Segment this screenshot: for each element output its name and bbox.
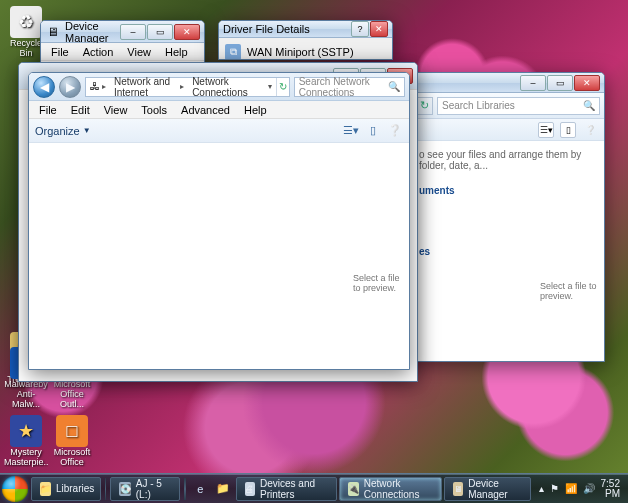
taskbar-button-label: Network Connections: [364, 478, 433, 500]
volume-icon[interactable]: 🔊: [583, 483, 595, 494]
help-icon[interactable]: ❔: [387, 123, 403, 139]
category-documents[interactable]: uments: [419, 185, 596, 196]
desktop-icon-label: Microsoft Office Outl...: [52, 379, 92, 409]
title-text: Driver File Details: [223, 23, 351, 35]
taskbar-separator: [184, 478, 186, 500]
minimize-button[interactable]: –: [520, 75, 546, 91]
printer-icon: 🖨: [245, 482, 255, 496]
maximize-button[interactable]: ▭: [147, 24, 173, 40]
search-icon: 🔍: [583, 100, 595, 111]
breadcrumb-seg[interactable]: Network and Internet: [114, 76, 178, 98]
driver-body: ⧉ WAN Miniport (SSTP): [219, 38, 392, 60]
menu-file[interactable]: File: [45, 45, 75, 59]
device-manager-icon: 🖥: [453, 482, 463, 496]
command-bar: Organize▼ ☰▾ ▯ ❔: [29, 119, 409, 143]
taskbar-separator: [105, 478, 107, 500]
taskbar-button-network-connections[interactable]: 🔌 Network Connections: [339, 477, 442, 501]
menu-help[interactable]: Help: [238, 103, 273, 117]
title-text: Device Manager: [65, 20, 120, 44]
window-driver-file-details[interactable]: Driver File Details ? ✕ ⧉ WAN Miniport (…: [218, 20, 393, 60]
system-tray: ▴ ⚑ 📶 🔊 7:52 PM: [533, 479, 626, 499]
search-icon: 🔍: [388, 81, 400, 92]
desktop-icon-label: Microsoft Office: [52, 447, 92, 467]
recycle-bin-icon: ♻: [18, 11, 34, 33]
window-libraries[interactable]: – ▭ ✕ ↻ Search Libraries 🔍 ☰▾ ▯ ❔ o see …: [410, 72, 605, 362]
menu-view[interactable]: View: [98, 103, 134, 117]
computer-icon: 🖧: [90, 81, 100, 92]
search-placeholder: Search Network Connections: [299, 76, 384, 98]
desktop-icons-row-3: ★ Mystery Masterpie... □ Microsoft Offic…: [4, 413, 94, 469]
menu-file[interactable]: File: [33, 103, 63, 117]
quicklaunch-explorer-icon[interactable]: 📁: [213, 477, 234, 501]
titlebar[interactable]: – ▭ ✕: [411, 73, 604, 93]
help-icon[interactable]: ❔: [582, 122, 598, 138]
help-button[interactable]: ?: [351, 21, 369, 37]
category-pictures[interactable]: es: [419, 246, 596, 257]
titlebar[interactable]: 🖥 Device Manager – ▭ ✕: [41, 21, 204, 43]
command-bar: ☰▾ ▯ ❔: [411, 119, 604, 141]
taskbar-button-label: Devices and Printers: [260, 478, 328, 500]
device-manager-icon: 🖥: [45, 24, 61, 40]
preview-pane-icon[interactable]: ▯: [560, 122, 576, 138]
menu-tools[interactable]: Tools: [135, 103, 173, 117]
taskbar-button-label: Device Manager: [468, 478, 521, 500]
action-center-icon[interactable]: ⚑: [550, 483, 559, 494]
content: o see your files and arrange them by fol…: [411, 141, 604, 361]
window-network-connections[interactable]: ◀ ▶ 🖧▸ Network and Internet▸ Network Con…: [28, 72, 410, 370]
breadcrumb-seg[interactable]: Network Connections: [192, 76, 259, 98]
folder-icon: 📁: [40, 482, 51, 496]
desktop-icon-label: Mystery Masterpie...: [4, 447, 48, 467]
maximize-button[interactable]: ▭: [547, 75, 573, 91]
titlebar[interactable]: Driver File Details ? ✕: [219, 21, 392, 38]
start-button[interactable]: [2, 475, 29, 503]
view-options-icon[interactable]: ☰▾: [538, 122, 554, 138]
search-input[interactable]: Search Network Connections 🔍: [294, 77, 405, 97]
preview-hint: Select a file to preview.: [353, 273, 403, 293]
close-button[interactable]: ✕: [574, 75, 600, 91]
taskbar-button-libraries[interactable]: 📁 Libraries: [31, 477, 101, 501]
address-bar-row: ↻ Search Libraries 🔍: [411, 93, 604, 119]
view-options-icon[interactable]: ☰▾: [343, 123, 359, 139]
desktop-icon-msoffice[interactable]: □ Microsoft Office: [50, 413, 94, 469]
menu-view[interactable]: View: [121, 45, 157, 59]
organize-button[interactable]: Organize▼: [35, 125, 91, 137]
menu-help[interactable]: Help: [159, 45, 194, 59]
preview-pane-icon[interactable]: ▯: [365, 123, 381, 139]
network-adapter-icon: ⧉: [225, 44, 241, 60]
show-hidden-icons-icon[interactable]: ▴: [539, 483, 544, 494]
titlebar[interactable]: ◀ ▶ 🖧▸ Network and Internet▸ Network Con…: [29, 73, 409, 101]
taskbar-button-label: AJ - 5 (L:): [136, 478, 172, 500]
address-bar[interactable]: 🖧▸ Network and Internet▸ Network Connect…: [85, 77, 290, 97]
taskbar-button-device-manager[interactable]: 🖥 Device Manager: [444, 477, 531, 501]
taskbar-button-devices-printers[interactable]: 🖨 Devices and Printers: [236, 477, 337, 501]
close-button[interactable]: ✕: [174, 24, 200, 40]
minimize-button[interactable]: –: [120, 24, 146, 40]
driver-item-name: WAN Miniport (SSTP): [247, 46, 354, 58]
quicklaunch-ie-icon[interactable]: e: [190, 477, 211, 501]
desktop-icon-label: Malwareby Anti-Malw...: [4, 379, 48, 409]
network-icon: 🔌: [348, 482, 359, 496]
windows-orb-icon: [2, 476, 28, 502]
content-empty[interactable]: [29, 143, 409, 369]
taskbar: 📁 Libraries 💽 AJ - 5 (L:) e 📁 🖨 Devices …: [0, 473, 628, 503]
taskbar-button-label: Libraries: [56, 483, 94, 494]
close-button[interactable]: ✕: [370, 21, 388, 37]
menu-edit[interactable]: Edit: [65, 103, 96, 117]
chevron-down-icon[interactable]: ▾: [268, 82, 272, 91]
clock[interactable]: 7:52 PM: [601, 479, 620, 499]
menubar: File Action View Help: [41, 43, 204, 61]
refresh-button[interactable]: ↻: [276, 78, 289, 96]
taskbar-button-drive[interactable]: 💽 AJ - 5 (L:): [110, 477, 180, 501]
libraries-hint: o see your files and arrange them by fol…: [419, 149, 596, 171]
preview-hint: Select a file to preview.: [540, 281, 600, 301]
menubar: File Edit View Tools Advanced Help: [29, 101, 409, 119]
desktop-icon-mystery[interactable]: ★ Mystery Masterpie...: [4, 413, 48, 469]
search-placeholder: Search Libraries: [442, 100, 515, 111]
search-input[interactable]: Search Libraries 🔍: [437, 97, 600, 115]
network-tray-icon[interactable]: 📶: [565, 483, 577, 494]
menu-advanced[interactable]: Advanced: [175, 103, 236, 117]
menu-action[interactable]: Action: [77, 45, 120, 59]
drive-icon: 💽: [119, 482, 130, 496]
nav-back-button[interactable]: ◀: [33, 76, 55, 98]
nav-forward-button[interactable]: ▶: [59, 76, 81, 98]
